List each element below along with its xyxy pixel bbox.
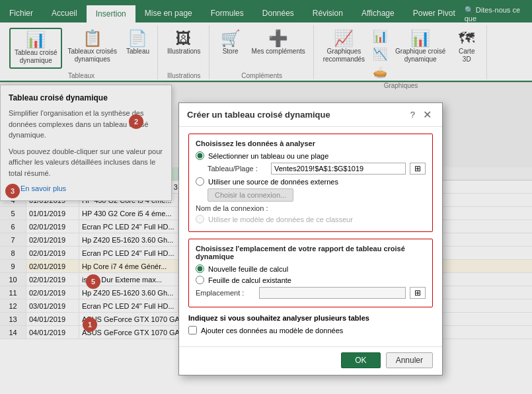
radio-table-input[interactable] bbox=[196, 151, 204, 160]
radio-existing-sheet-label: Feuille de calcul existante bbox=[208, 276, 291, 284]
radio-data-model-label: Utiliser le modèle de données de ce clas… bbox=[208, 216, 353, 223]
radio-table-label: Sélectionner un tableau ou une plage bbox=[208, 152, 328, 160]
btn-cancel[interactable]: Annuler bbox=[386, 352, 433, 368]
location-label: Emplacement : bbox=[196, 289, 255, 297]
radio-select-table: Sélectionner un tableau ou une plage bbox=[196, 151, 426, 160]
field-tableau-input[interactable] bbox=[271, 163, 406, 175]
connection-name-label: Nom de la connexion : bbox=[196, 204, 268, 212]
field-row-location: Emplacement : ⊞ bbox=[196, 287, 426, 299]
section1-title: Choisissez les données à analyser bbox=[196, 139, 426, 147]
checkbox-add-label: Ajouter ces données au modèle de données bbox=[201, 327, 343, 335]
radio-external-data: Utiliser une source de données externes bbox=[196, 177, 426, 186]
btn-choose-connection[interactable]: Choisir la connexion... bbox=[208, 188, 293, 202]
location-browse[interactable]: ⊞ bbox=[410, 287, 426, 299]
dialog-section-tables: Indiquez si vous souhaitez analyser plus… bbox=[188, 314, 433, 335]
create-pivot-dialog: Créer un tableau croisé dynamique ? ✕ Ch… bbox=[178, 102, 443, 375]
radio-new-sheet-label: Nouvelle feuille de calcul bbox=[208, 265, 288, 273]
radio-data-model: Utiliser le modèle de données de ce clas… bbox=[196, 215, 426, 223]
btn-ok[interactable]: OK bbox=[341, 352, 380, 368]
checkbox-add-to-model: Ajouter ces données au modèle de données bbox=[188, 326, 433, 335]
radio-new-sheet: Nouvelle feuille de calcul bbox=[196, 264, 426, 273]
dialog-section-location: Choisissez l'emplacement de votre rappor… bbox=[188, 239, 433, 307]
radio-new-sheet-input[interactable] bbox=[196, 264, 204, 273]
dialog-title-bar: Créer un tableau croisé dynamique ? ✕ bbox=[179, 103, 442, 127]
section2-title: Choisissez l'emplacement de votre rappor… bbox=[196, 245, 426, 260]
radio-external-label: Utiliser une source de données externes bbox=[208, 178, 338, 186]
dialog-footer: OK Annuler bbox=[179, 346, 442, 375]
section3-title: Indiquez si vous souhaitez analyser plus… bbox=[188, 314, 433, 322]
dialog-section-data: Choisissez les données à analyser Sélect… bbox=[188, 134, 433, 232]
radio-existing-sheet-input[interactable] bbox=[196, 276, 204, 284]
field-tableau-browse[interactable]: ⊞ bbox=[410, 163, 426, 175]
checkbox-add-input[interactable] bbox=[188, 326, 197, 335]
field-tableau-label: Tableau/Plage : bbox=[208, 165, 267, 173]
radio-data-model-input[interactable] bbox=[196, 215, 204, 223]
location-input[interactable] bbox=[259, 287, 406, 299]
field-row-tableau: Tableau/Plage : ⊞ bbox=[208, 163, 426, 175]
radio-external-input[interactable] bbox=[196, 177, 204, 186]
radio-existing-sheet: Feuille de calcul existante bbox=[196, 276, 426, 284]
dialog-close-button[interactable]: ✕ bbox=[420, 108, 434, 121]
dialog-body: Choisissez les données à analyser Sélect… bbox=[179, 127, 442, 346]
dialog-title: Créer un tableau croisé dynamique bbox=[187, 110, 330, 120]
dialog-help-button[interactable]: ? bbox=[410, 110, 415, 120]
field-connection-name: Nom de la connexion : bbox=[196, 204, 426, 212]
